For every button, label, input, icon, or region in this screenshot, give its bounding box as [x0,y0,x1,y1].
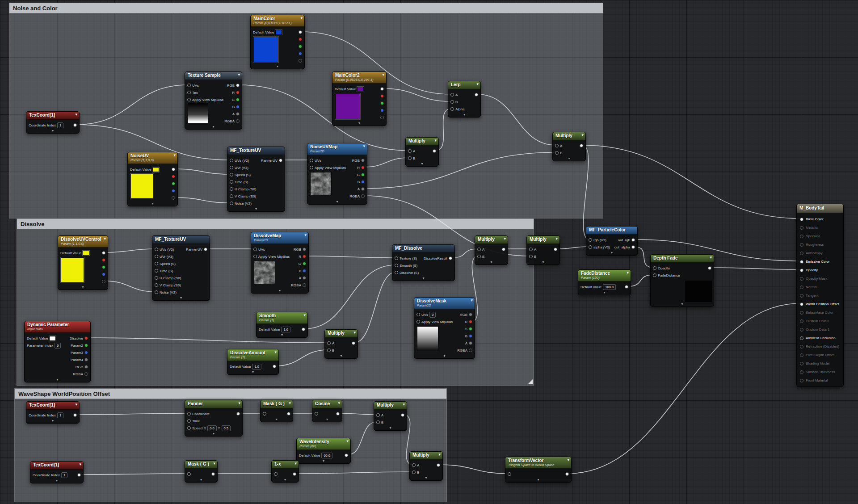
expand-chevron-down-icon[interactable]: ▾ [152,295,210,300]
expand-chevron-down-icon[interactable]: ▾ [251,64,304,69]
output-pin[interactable] [273,365,276,368]
node-mask-g-1[interactable]: Mask ( G )▾▾ [260,400,293,422]
output-pin[interactable] [299,45,302,48]
node-texcoord-3[interactable]: TexCoord[1]▾Coordinate Index1▾ [30,461,84,483]
chevron-down-icon[interactable]: ▾ [304,233,307,237]
node-header[interactable]: NoiseUVMapParam2D▾ [307,143,367,155]
expand-chevron-down-icon[interactable]: ▾ [185,431,242,436]
output-pin[interactable] [84,365,88,369]
material-pin-row[interactable]: Pixel Depth Offset [797,351,843,359]
texture-preview[interactable] [685,281,712,302]
expand-chevron-down-icon[interactable]: ▾ [272,477,299,482]
node-mask-g-2[interactable]: Mask ( G )▾▾ [185,460,218,483]
node-dissolvemap[interactable]: DissolveMapParam2D▾UVsRGBApply View MipB… [251,232,309,294]
node-texture-sample[interactable]: Texture Sample▾UVsRGBTexRApply View MipB… [185,71,242,130]
material-pin-row[interactable]: Specular [797,232,843,240]
wire[interactable] [556,247,589,249]
node-header[interactable]: M_BodyTail [797,204,843,213]
chevron-down-icon[interactable]: ▾ [710,256,712,260]
node-header[interactable]: DissolveUVControlParam (1,1,0,0)▾ [58,236,108,248]
wire[interactable] [305,256,395,258]
node-header[interactable]: Lerp▾ [448,81,480,89]
chevron-down-icon[interactable]: ▾ [504,237,506,241]
input-pin[interactable] [653,266,656,270]
output-pin[interactable] [303,248,306,251]
output-pin[interactable] [211,472,215,476]
material-pin-row[interactable]: Normal [797,283,843,291]
output-pin[interactable] [303,255,306,258]
chevron-down-icon[interactable]: ▾ [403,403,405,407]
node-multiply-4[interactable]: Multiply▾AB▾ [526,235,560,265]
node-header[interactable]: Cosine▾ [312,400,342,408]
node-header[interactable]: MF_TextureUV [227,147,285,155]
material-input-pin[interactable] [800,362,803,365]
expand-chevron-down-icon[interactable]: ▾ [227,206,285,211]
chevron-down-icon[interactable]: ▾ [289,401,291,405]
wire[interactable] [383,88,451,101]
chevron-down-icon[interactable]: ▾ [581,133,584,137]
output-pin[interactable] [77,473,81,477]
wire[interactable] [295,472,413,474]
material-pin-row[interactable]: Surface Thickness [797,368,843,376]
chevron-down-icon[interactable]: ▾ [567,458,569,462]
node-dissolvemask[interactable]: DissolveMaskParam2D▾UVs0RGBApply View Mi… [414,297,475,359]
output-pin[interactable] [449,256,452,260]
input-pin[interactable] [155,269,158,273]
chevron-down-icon[interactable]: ▾ [238,73,240,77]
output-pin[interactable] [469,313,472,316]
node-header[interactable]: TexCoord[1]▾ [26,112,79,120]
input-pin[interactable] [187,412,191,416]
input-pin[interactable] [508,472,511,476]
output-pin[interactable] [102,280,105,283]
input-pin[interactable] [263,412,266,416]
material-graph-canvas[interactable]: Noise and ColorDissolveWaveShape WorldPo… [0,0,858,504]
expand-chevron-down-icon[interactable]: ▾ [257,332,307,337]
output-pin[interactable] [361,194,365,198]
material-pin-row[interactable]: Refraction (Disabled) [797,342,843,351]
material-input-pin[interactable] [800,328,803,332]
input-pin[interactable] [555,151,559,155]
chevron-down-icon[interactable]: ▾ [338,401,340,405]
material-input-pin[interactable] [800,226,803,230]
value-box[interactable]: 1 [57,412,63,418]
input-pin[interactable] [230,194,233,198]
input-pin[interactable] [653,273,656,277]
output-pin[interactable] [172,168,175,171]
wire[interactable] [87,338,328,343]
output-pin[interactable] [361,166,365,169]
expand-chevron-down-icon[interactable]: ▾ [527,260,559,265]
output-pin[interactable] [172,196,175,200]
material-pin-row[interactable]: Shading Model [797,359,843,368]
expand-chevron-down-icon[interactable]: ▾ [251,288,308,293]
output-pin[interactable] [236,112,240,116]
expand-chevron-down-icon[interactable]: ▾ [410,475,442,480]
expand-chevron-down-icon[interactable]: ▾ [406,161,438,166]
output-pin[interactable] [102,251,105,255]
wire[interactable] [347,422,377,455]
node-header[interactable]: MF_TextureUV [152,236,210,244]
wire[interactable] [105,281,156,292]
node-header[interactable]: SmoothParam (1)▾ [257,312,307,324]
material-pin-row[interactable]: Anisotropy [797,249,843,257]
chevron-down-icon[interactable]: ▾ [75,403,77,407]
node-header[interactable]: Panner▾ [185,400,242,408]
output-pin[interactable] [380,87,384,91]
material-pin-row[interactable]: Tangent [797,291,843,300]
output-pin[interactable] [361,187,365,191]
expand-chevron-down-icon[interactable]: ▾ [25,377,90,382]
material-pin-row[interactable]: World Position Offset [797,300,843,308]
material-pin-row[interactable]: Metallic [797,223,843,232]
input-pin[interactable] [187,84,191,87]
output-pin[interactable] [469,349,472,352]
color-swatch[interactable] [152,167,159,172]
material-pin-row[interactable]: Emissive Color [797,257,843,266]
material-pin-row[interactable]: Base Color [797,215,843,223]
material-input-pin[interactable] [800,260,803,264]
output-pin[interactable] [299,30,302,34]
wire[interactable] [364,152,556,189]
output-pin[interactable] [433,149,436,153]
output-pin[interactable] [236,98,240,101]
node-dynamic-parameter[interactable]: Dynamic ParameterInput DataDefault Value… [24,321,91,382]
output-pin[interactable] [631,238,635,242]
node-header[interactable]: MainColor2Param (0.0525,0,0.297,1)▾ [332,72,386,84]
